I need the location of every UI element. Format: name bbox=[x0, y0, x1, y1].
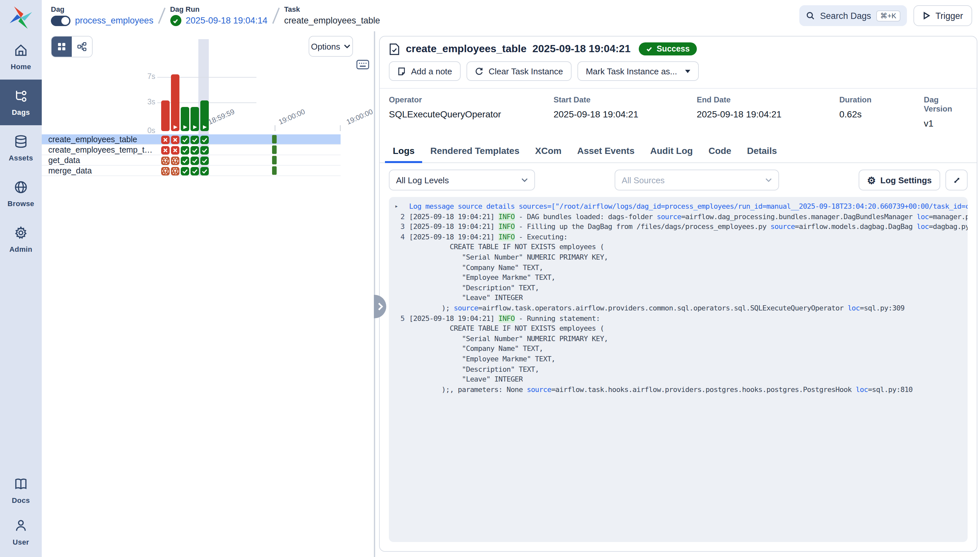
log-line: "Company Name" TEXT, bbox=[393, 262, 968, 273]
log-line-number bbox=[393, 354, 409, 364]
task-name: create_employees_table bbox=[284, 16, 380, 25]
task-instance-success-icon[interactable] bbox=[181, 135, 189, 144]
search-dags-button[interactable]: Search Dags ⌘+K bbox=[799, 5, 907, 26]
airflow-logo-icon[interactable] bbox=[8, 5, 33, 30]
log-line-number bbox=[393, 283, 409, 293]
panel-splitter[interactable] bbox=[374, 31, 375, 557]
meta-label: Dag Version bbox=[924, 95, 968, 114]
latest-run-success-bar[interactable] bbox=[272, 145, 277, 154]
task-row-get_data[interactable]: get_data bbox=[42, 155, 341, 166]
run-bar-1-failed[interactable] bbox=[161, 101, 170, 131]
run-bar-3-success[interactable] bbox=[181, 107, 189, 131]
browse-icon bbox=[14, 180, 28, 197]
task-instance-success-icon[interactable] bbox=[191, 146, 199, 154]
task-instance-retry-icon[interactable] bbox=[171, 156, 179, 164]
breadcrumb-dag: Dag process_employees bbox=[51, 5, 153, 26]
tab-audit-log[interactable]: Audit Log bbox=[642, 140, 701, 163]
task-instance-success-icon[interactable] bbox=[200, 156, 209, 164]
task-doc-icon bbox=[389, 43, 400, 55]
log-line-number bbox=[393, 375, 409, 384]
task-instance-success-icon[interactable] bbox=[191, 167, 199, 175]
breadcrumb-separator bbox=[272, 8, 279, 23]
task-instance-success-icon[interactable] bbox=[181, 156, 189, 164]
tab-code[interactable]: Code bbox=[701, 140, 739, 163]
run-bar-5-success[interactable] bbox=[200, 101, 209, 131]
latest-run-success-bar[interactable] bbox=[272, 166, 277, 175]
tab-logs[interactable]: Logs bbox=[385, 140, 422, 163]
log-expand-triangle-icon[interactable]: ▸ bbox=[393, 202, 409, 212]
sidebar-item-user[interactable]: User bbox=[0, 511, 42, 553]
task-instance-success-icon[interactable] bbox=[200, 146, 209, 154]
task-instance-success-icon[interactable] bbox=[200, 135, 209, 144]
log-line-text: CREATE TABLE IF NOT EXISTS employees ( bbox=[409, 324, 604, 334]
dag-pause-toggle[interactable] bbox=[51, 15, 70, 26]
task-instance-failed-icon[interactable] bbox=[171, 135, 179, 144]
latest-run-success-bar[interactable] bbox=[272, 156, 277, 164]
graph-view-button[interactable] bbox=[72, 36, 92, 57]
log-output[interactable]: ▸Log message source details sources=["/r… bbox=[389, 197, 968, 542]
task-instance-retry-icon[interactable] bbox=[161, 167, 170, 175]
sidebar-item-label: User bbox=[13, 538, 29, 546]
tab-details[interactable]: Details bbox=[739, 140, 785, 163]
meta-value: 2025-09-18 19:04:21 bbox=[554, 109, 697, 119]
home-icon bbox=[14, 43, 28, 60]
add-note-button[interactable]: Add a note bbox=[389, 61, 461, 81]
log-line-number: 4 bbox=[393, 232, 409, 242]
log-line-number: 5 bbox=[393, 313, 409, 324]
task-instance-success-icon[interactable] bbox=[181, 167, 189, 175]
options-button[interactable]: Options bbox=[308, 36, 353, 57]
trigger-button[interactable]: Trigger bbox=[913, 5, 972, 26]
sidebar-item-assets[interactable]: Assets bbox=[0, 125, 42, 171]
status-badge: Success bbox=[639, 42, 697, 55]
chevron-right-icon bbox=[377, 303, 383, 311]
x-axis-tick bbox=[340, 125, 341, 131]
task-instance-success-icon[interactable] bbox=[200, 167, 209, 175]
log-levels-select[interactable]: All Log Levels bbox=[389, 169, 535, 191]
tab-xcom[interactable]: XCom bbox=[527, 140, 569, 163]
sidebar-item-dags[interactable]: Dags bbox=[0, 80, 42, 125]
log-settings-button[interactable]: ⚙ Log Settings bbox=[859, 169, 940, 191]
sidebar-item-admin[interactable]: Admin bbox=[0, 217, 42, 262]
mark-task-instance-as-button[interactable]: Mark Task Instance as... bbox=[577, 61, 699, 81]
dag-name-link[interactable]: process_employees bbox=[75, 16, 153, 25]
task-instance-retry-icon[interactable] bbox=[171, 167, 179, 175]
task-instance-retry-icon[interactable] bbox=[161, 156, 170, 164]
task-instance-failed-icon[interactable] bbox=[161, 135, 170, 144]
fullscreen-log-button[interactable] bbox=[946, 169, 968, 191]
log-sources-select[interactable]: All Sources bbox=[615, 169, 779, 191]
tab-asset-events[interactable]: Asset Events bbox=[569, 140, 642, 163]
sidebar-item-home[interactable]: Home bbox=[0, 34, 42, 80]
log-line: "Serial Number" NUMERIC PRIMARY KEY, bbox=[393, 334, 968, 344]
log-line: 5[2025-09-18 19:04:21] INFO - Running st… bbox=[393, 313, 968, 324]
task-instance-failed-icon[interactable] bbox=[171, 146, 179, 154]
latest-run-success-bar[interactable] bbox=[272, 135, 277, 143]
task-instance-failed-icon[interactable] bbox=[161, 146, 170, 154]
task-row-create_employees_temp_t[interactable]: create_employees_temp_t… bbox=[42, 145, 341, 155]
task-row-merge_data[interactable]: merge_data bbox=[42, 166, 341, 176]
task-instance-success-icon[interactable] bbox=[181, 146, 189, 154]
sidebar-item-docs[interactable]: Docs bbox=[0, 470, 42, 511]
log-line-number bbox=[393, 334, 409, 344]
run-bar-2-failed[interactable] bbox=[171, 74, 179, 131]
task-row-create_employees_table[interactable]: create_employees_table bbox=[42, 134, 341, 145]
play-icon bbox=[922, 12, 930, 20]
view-toggle bbox=[51, 36, 93, 57]
task-instance-success-icon[interactable] bbox=[191, 156, 199, 164]
log-line: "Description" TEXT, bbox=[393, 283, 968, 293]
keyboard-shortcuts-icon[interactable] bbox=[356, 59, 369, 72]
sidebar-item-browse[interactable]: Browse bbox=[0, 171, 42, 217]
run-bar-4-success[interactable] bbox=[191, 107, 199, 131]
clear-task-instance-button[interactable]: Clear Task Instance bbox=[466, 61, 572, 81]
check-icon bbox=[646, 46, 653, 52]
log-line: "Company Name" TEXT, bbox=[393, 344, 968, 354]
log-line-number bbox=[393, 384, 409, 394]
log-summary-line[interactable]: ▸Log message source details sources=["/r… bbox=[393, 202, 968, 212]
log-line: 3[2025-09-18 19:04:21] INFO - Filling up… bbox=[393, 222, 968, 232]
grid-view-button[interactable] bbox=[52, 36, 72, 57]
dagrun-link[interactable]: 2025-09-18 19:04:14 bbox=[186, 16, 267, 25]
task-instance-success-icon[interactable] bbox=[191, 135, 199, 144]
task-instance-title: create_employees_table bbox=[406, 43, 527, 55]
tab-rendered-templates[interactable]: Rendered Templates bbox=[422, 140, 527, 163]
log-line-text: CREATE TABLE IF NOT EXISTS employees ( bbox=[409, 242, 604, 252]
assets-icon bbox=[14, 134, 28, 151]
